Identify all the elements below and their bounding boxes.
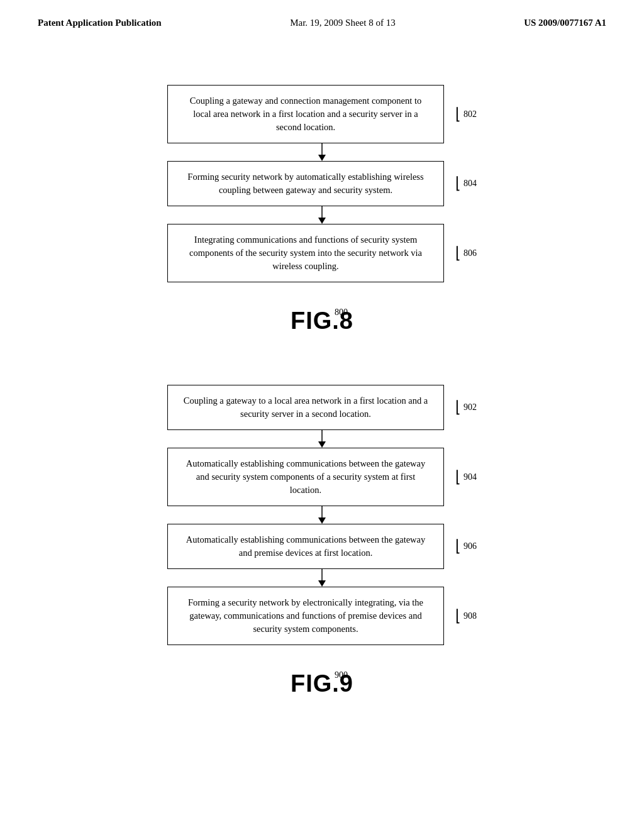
- fig8-label-806: ⌊ 806: [455, 245, 477, 262]
- fig8-step-802-row: Coupling a gateway and connection manage…: [50, 85, 594, 143]
- bracket-icon-906: ⌊: [455, 537, 461, 556]
- fig9-box-902: Coupling a gateway to a local area netwo…: [167, 385, 444, 430]
- bracket-icon-902: ⌊: [455, 398, 461, 418]
- fig9-label-904: ⌊ 904: [455, 469, 477, 485]
- bracket-icon-804: ⌊: [455, 174, 461, 193]
- page-content: Coupling a gateway and connection manage…: [0, 35, 644, 748]
- fig9-box-908: Forming a security network by electronic…: [167, 587, 444, 645]
- fig8-arrow-2: [184, 206, 460, 224]
- fig9-number: 900: [335, 670, 348, 680]
- fig9-label-row: FIG.9 900: [184, 670, 460, 697]
- bracket-icon-806: ⌊: [455, 243, 461, 263]
- bracket-icon-904: ⌊: [455, 467, 461, 487]
- fig9-label-908: ⌊ 908: [455, 608, 477, 624]
- fig8-box-802: Coupling a gateway and connection manage…: [167, 85, 444, 143]
- fig8-arrow-1: [184, 143, 460, 161]
- fig9-box-906: Automatically establishing communication…: [167, 524, 444, 569]
- fig9-arrow-1: [184, 430, 460, 448]
- bracket-icon-908: ⌊: [455, 606, 461, 626]
- bracket-icon-802: ⌊: [455, 104, 461, 124]
- fig8-flowchart: Coupling a gateway and connection manage…: [50, 85, 594, 282]
- fig8-label-row: FIG.8 800: [184, 307, 460, 335]
- header-patent-number: US 2009/0077167 A1: [524, 18, 606, 28]
- fig9-arrow-2: [184, 506, 460, 524]
- fig8-label-804: ⌊ 804: [455, 175, 477, 192]
- fig9-label-906: ⌊ 906: [455, 538, 477, 555]
- fig9-step-906-row: Automatically establishing communication…: [50, 524, 594, 569]
- fig8-box-804: Forming security network by automaticall…: [167, 161, 444, 206]
- fig9-flowchart: Coupling a gateway to a local area netwo…: [50, 385, 594, 645]
- fig9-label-902: ⌊ 902: [455, 399, 477, 416]
- fig8-label-802: ⌊ 802: [455, 106, 477, 123]
- svg-marker-3: [318, 218, 326, 224]
- fig9-arrow-3: [184, 569, 460, 587]
- header-date-sheet: Mar. 19, 2009 Sheet 8 of 13: [290, 18, 395, 28]
- fig8-box-806: Integrating communications and functions…: [167, 224, 444, 282]
- fig8-number: 800: [335, 307, 348, 318]
- fig8-step-806-row: Integrating communications and functions…: [50, 224, 594, 282]
- fig9-box-904: Automatically establishing communication…: [167, 448, 444, 506]
- fig9-step-908-row: Forming a security network by electronic…: [50, 587, 594, 645]
- fig8-step-804-row: Forming security network by automaticall…: [50, 161, 594, 206]
- fig9-step-902-row: Coupling a gateway to a local area netwo…: [50, 385, 594, 430]
- page-header: Patent Application Publication Mar. 19, …: [0, 0, 644, 35]
- svg-marker-1: [318, 155, 326, 161]
- header-publication-label: Patent Application Publication: [38, 18, 162, 28]
- svg-marker-9: [318, 580, 326, 587]
- fig9-step-904-row: Automatically establishing communication…: [50, 448, 594, 506]
- svg-marker-5: [318, 441, 326, 448]
- svg-marker-7: [318, 517, 326, 524]
